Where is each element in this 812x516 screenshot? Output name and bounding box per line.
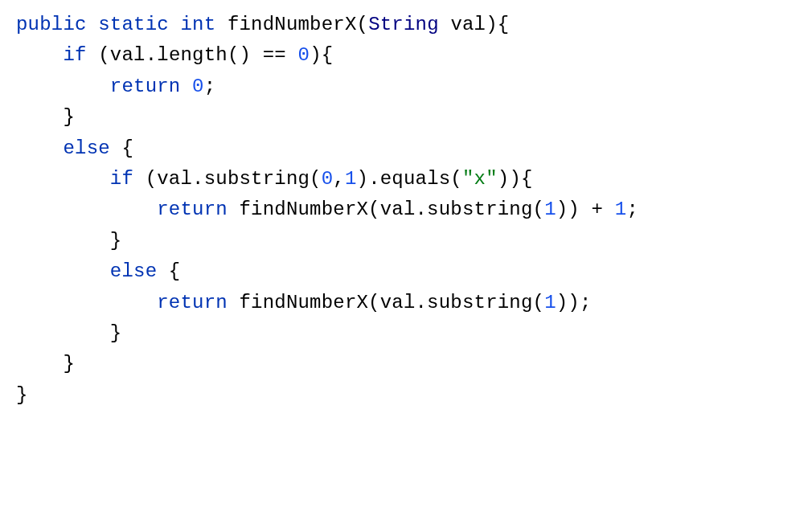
code-line-8: } [16, 226, 796, 256]
keyword-if: if [110, 168, 133, 190]
keyword-else: else [110, 260, 157, 282]
keyword-return: return [157, 199, 228, 220]
method-name: findNumberX [228, 14, 357, 35]
code-line-10: return findNumberX(val.substring(1)); [16, 288, 796, 318]
string-literal-x: "x" [462, 168, 498, 190]
keyword-int: int [180, 14, 215, 35]
keyword-if: if [63, 44, 86, 66]
keyword-else: else [63, 137, 109, 159]
param-val: val [450, 14, 486, 35]
code-line-3: return 0; [16, 72, 796, 102]
code-line-4: } [16, 102, 796, 133]
literal-zero: 0 [192, 76, 204, 97]
code-line-12: } [16, 349, 796, 379]
recursive-call: findNumberX( [239, 199, 379, 220]
recursive-call: findNumberX( [239, 292, 379, 313]
type-string: String [368, 14, 439, 35]
keyword-public: public [16, 14, 87, 35]
code-line-13: } [16, 380, 796, 411]
keyword-return: return [157, 292, 228, 313]
code-editor: public static int findNumberX(String val… [16, 10, 796, 411]
literal-zero: 0 [298, 44, 310, 66]
code-line-2: if (val.length() == 0){ [16, 40, 796, 71]
keyword-return: return [110, 76, 181, 97]
code-line-11: } [16, 318, 796, 349]
keyword-static: static [98, 14, 169, 35]
code-line-5: else { [16, 133, 796, 164]
code-line-9: else { [16, 256, 796, 287]
code-line-7: return findNumberX(val.substring(1)) + 1… [16, 195, 796, 225]
code-line-6: if (val.substring(0,1).equals("x")){ [16, 164, 796, 195]
code-line-1: public static int findNumberX(String val… [16, 10, 796, 40]
